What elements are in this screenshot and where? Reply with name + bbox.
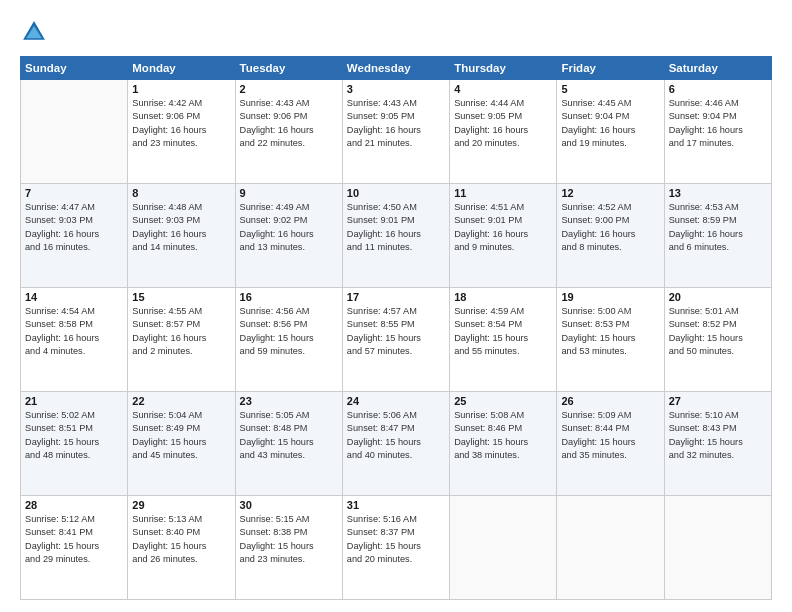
day-info: Sunrise: 5:15 AM Sunset: 8:38 PM Dayligh… (240, 513, 338, 566)
day-number: 26 (561, 395, 659, 407)
calendar-cell: 18Sunrise: 4:59 AM Sunset: 8:54 PM Dayli… (450, 288, 557, 392)
day-info: Sunrise: 4:54 AM Sunset: 8:58 PM Dayligh… (25, 305, 123, 358)
day-number: 7 (25, 187, 123, 199)
week-row-2: 14Sunrise: 4:54 AM Sunset: 8:58 PM Dayli… (21, 288, 772, 392)
calendar-cell: 9Sunrise: 4:49 AM Sunset: 9:02 PM Daylig… (235, 184, 342, 288)
day-number: 19 (561, 291, 659, 303)
day-info: Sunrise: 5:12 AM Sunset: 8:41 PM Dayligh… (25, 513, 123, 566)
day-info: Sunrise: 4:42 AM Sunset: 9:06 PM Dayligh… (132, 97, 230, 150)
calendar-cell: 15Sunrise: 4:55 AM Sunset: 8:57 PM Dayli… (128, 288, 235, 392)
day-info: Sunrise: 4:59 AM Sunset: 8:54 PM Dayligh… (454, 305, 552, 358)
day-number: 16 (240, 291, 338, 303)
day-info: Sunrise: 5:06 AM Sunset: 8:47 PM Dayligh… (347, 409, 445, 462)
calendar-header-row: SundayMondayTuesdayWednesdayThursdayFrid… (21, 57, 772, 80)
day-number: 13 (669, 187, 767, 199)
calendar-cell: 22Sunrise: 5:04 AM Sunset: 8:49 PM Dayli… (128, 392, 235, 496)
day-info: Sunrise: 4:52 AM Sunset: 9:00 PM Dayligh… (561, 201, 659, 254)
header (20, 18, 772, 46)
day-info: Sunrise: 4:47 AM Sunset: 9:03 PM Dayligh… (25, 201, 123, 254)
day-info: Sunrise: 5:05 AM Sunset: 8:48 PM Dayligh… (240, 409, 338, 462)
day-number: 22 (132, 395, 230, 407)
day-info: Sunrise: 4:53 AM Sunset: 8:59 PM Dayligh… (669, 201, 767, 254)
day-number: 9 (240, 187, 338, 199)
page: SundayMondayTuesdayWednesdayThursdayFrid… (0, 0, 792, 612)
calendar-cell: 26Sunrise: 5:09 AM Sunset: 8:44 PM Dayli… (557, 392, 664, 496)
day-info: Sunrise: 5:10 AM Sunset: 8:43 PM Dayligh… (669, 409, 767, 462)
logo (20, 18, 52, 46)
day-number: 29 (132, 499, 230, 511)
day-number: 4 (454, 83, 552, 95)
week-row-4: 28Sunrise: 5:12 AM Sunset: 8:41 PM Dayli… (21, 496, 772, 600)
calendar-cell: 28Sunrise: 5:12 AM Sunset: 8:41 PM Dayli… (21, 496, 128, 600)
calendar-table: SundayMondayTuesdayWednesdayThursdayFrid… (20, 56, 772, 600)
day-number: 28 (25, 499, 123, 511)
calendar-cell: 6Sunrise: 4:46 AM Sunset: 9:04 PM Daylig… (664, 80, 771, 184)
day-number: 11 (454, 187, 552, 199)
calendar-cell (664, 496, 771, 600)
day-info: Sunrise: 5:01 AM Sunset: 8:52 PM Dayligh… (669, 305, 767, 358)
day-number: 23 (240, 395, 338, 407)
calendar-cell: 1Sunrise: 4:42 AM Sunset: 9:06 PM Daylig… (128, 80, 235, 184)
day-number: 25 (454, 395, 552, 407)
day-info: Sunrise: 4:48 AM Sunset: 9:03 PM Dayligh… (132, 201, 230, 254)
calendar-cell: 3Sunrise: 4:43 AM Sunset: 9:05 PM Daylig… (342, 80, 449, 184)
calendar-cell: 5Sunrise: 4:45 AM Sunset: 9:04 PM Daylig… (557, 80, 664, 184)
calendar-cell: 27Sunrise: 5:10 AM Sunset: 8:43 PM Dayli… (664, 392, 771, 496)
day-number: 17 (347, 291, 445, 303)
calendar-cell: 29Sunrise: 5:13 AM Sunset: 8:40 PM Dayli… (128, 496, 235, 600)
calendar-cell: 19Sunrise: 5:00 AM Sunset: 8:53 PM Dayli… (557, 288, 664, 392)
day-number: 15 (132, 291, 230, 303)
calendar-cell: 13Sunrise: 4:53 AM Sunset: 8:59 PM Dayli… (664, 184, 771, 288)
day-number: 1 (132, 83, 230, 95)
calendar-cell: 25Sunrise: 5:08 AM Sunset: 8:46 PM Dayli… (450, 392, 557, 496)
calendar-cell: 23Sunrise: 5:05 AM Sunset: 8:48 PM Dayli… (235, 392, 342, 496)
day-info: Sunrise: 4:44 AM Sunset: 9:05 PM Dayligh… (454, 97, 552, 150)
day-info: Sunrise: 4:49 AM Sunset: 9:02 PM Dayligh… (240, 201, 338, 254)
col-header-friday: Friday (557, 57, 664, 80)
calendar-cell: 30Sunrise: 5:15 AM Sunset: 8:38 PM Dayli… (235, 496, 342, 600)
calendar-cell: 21Sunrise: 5:02 AM Sunset: 8:51 PM Dayli… (21, 392, 128, 496)
day-info: Sunrise: 4:43 AM Sunset: 9:06 PM Dayligh… (240, 97, 338, 150)
col-header-monday: Monday (128, 57, 235, 80)
day-number: 10 (347, 187, 445, 199)
calendar-cell: 20Sunrise: 5:01 AM Sunset: 8:52 PM Dayli… (664, 288, 771, 392)
week-row-0: 1Sunrise: 4:42 AM Sunset: 9:06 PM Daylig… (21, 80, 772, 184)
col-header-tuesday: Tuesday (235, 57, 342, 80)
day-info: Sunrise: 5:16 AM Sunset: 8:37 PM Dayligh… (347, 513, 445, 566)
day-info: Sunrise: 5:04 AM Sunset: 8:49 PM Dayligh… (132, 409, 230, 462)
day-number: 30 (240, 499, 338, 511)
logo-icon (20, 18, 48, 46)
day-info: Sunrise: 5:00 AM Sunset: 8:53 PM Dayligh… (561, 305, 659, 358)
day-info: Sunrise: 4:56 AM Sunset: 8:56 PM Dayligh… (240, 305, 338, 358)
col-header-thursday: Thursday (450, 57, 557, 80)
day-info: Sunrise: 4:57 AM Sunset: 8:55 PM Dayligh… (347, 305, 445, 358)
calendar-cell: 8Sunrise: 4:48 AM Sunset: 9:03 PM Daylig… (128, 184, 235, 288)
calendar-cell (21, 80, 128, 184)
day-info: Sunrise: 4:43 AM Sunset: 9:05 PM Dayligh… (347, 97, 445, 150)
day-number: 31 (347, 499, 445, 511)
col-header-saturday: Saturday (664, 57, 771, 80)
day-number: 27 (669, 395, 767, 407)
calendar-cell: 31Sunrise: 5:16 AM Sunset: 8:37 PM Dayli… (342, 496, 449, 600)
day-info: Sunrise: 5:08 AM Sunset: 8:46 PM Dayligh… (454, 409, 552, 462)
col-header-wednesday: Wednesday (342, 57, 449, 80)
calendar-cell: 16Sunrise: 4:56 AM Sunset: 8:56 PM Dayli… (235, 288, 342, 392)
day-number: 3 (347, 83, 445, 95)
calendar-cell: 24Sunrise: 5:06 AM Sunset: 8:47 PM Dayli… (342, 392, 449, 496)
week-row-3: 21Sunrise: 5:02 AM Sunset: 8:51 PM Dayli… (21, 392, 772, 496)
day-info: Sunrise: 5:09 AM Sunset: 8:44 PM Dayligh… (561, 409, 659, 462)
day-number: 14 (25, 291, 123, 303)
day-number: 6 (669, 83, 767, 95)
day-number: 18 (454, 291, 552, 303)
calendar-cell: 10Sunrise: 4:50 AM Sunset: 9:01 PM Dayli… (342, 184, 449, 288)
day-number: 12 (561, 187, 659, 199)
calendar-cell (557, 496, 664, 600)
calendar-cell: 14Sunrise: 4:54 AM Sunset: 8:58 PM Dayli… (21, 288, 128, 392)
calendar-cell: 2Sunrise: 4:43 AM Sunset: 9:06 PM Daylig… (235, 80, 342, 184)
day-info: Sunrise: 4:45 AM Sunset: 9:04 PM Dayligh… (561, 97, 659, 150)
day-number: 2 (240, 83, 338, 95)
day-number: 24 (347, 395, 445, 407)
calendar-cell (450, 496, 557, 600)
day-number: 20 (669, 291, 767, 303)
calendar-cell: 12Sunrise: 4:52 AM Sunset: 9:00 PM Dayli… (557, 184, 664, 288)
